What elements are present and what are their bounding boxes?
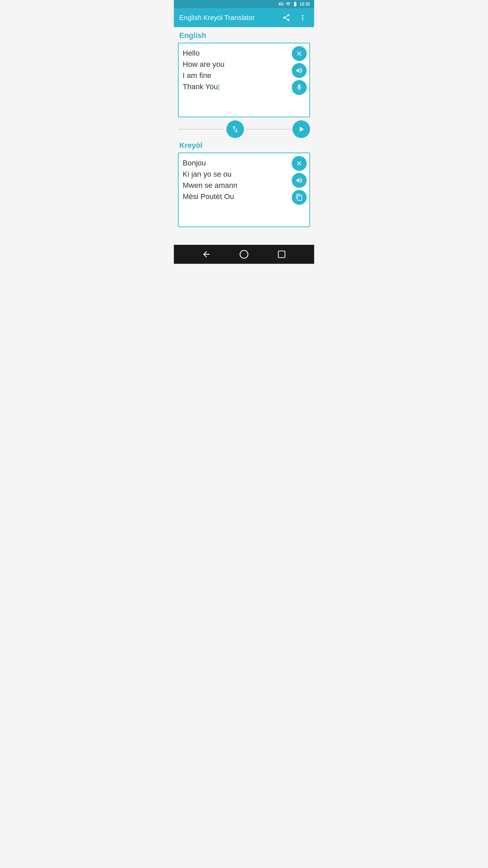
- kreyol-actions: [292, 156, 307, 205]
- time-display: 12:31: [300, 2, 310, 6]
- kreyol-line-3: Mwen se amann: [183, 181, 237, 190]
- translate-button[interactable]: [292, 120, 310, 138]
- copy-icon: [296, 194, 303, 201]
- nav-bar: [174, 245, 314, 264]
- share-button[interactable]: [280, 12, 292, 24]
- kreyol-label: Kreyòl: [178, 141, 310, 150]
- app-title: English Kreyòl Translator: [179, 14, 276, 22]
- volume-icon: [296, 67, 303, 74]
- play-icon: [297, 125, 306, 134]
- divider-row: [178, 121, 310, 138]
- back-button[interactable]: [198, 246, 215, 262]
- back-icon: [202, 250, 211, 259]
- signal-icon: [285, 1, 291, 7]
- status-icons: 4G 12:31: [278, 1, 310, 7]
- swap-button[interactable]: [226, 120, 244, 138]
- app-bar: English Kreyòl Translator: [174, 8, 314, 27]
- kreyol-line-1: Bonjou: [183, 159, 206, 167]
- kreyol-text-box: Bonjou Ki jan yo se ou Mwen se amann Mès…: [178, 153, 310, 227]
- english-text-content[interactable]: Hello How are you I am fine Thank You: [179, 43, 309, 111]
- home-icon: [239, 250, 249, 259]
- main-content: English Hello How are you I am fine Than…: [174, 27, 314, 231]
- english-text-box: Hello How are you I am fine Thank You: [178, 43, 310, 117]
- status-bar: 4G 12:31: [174, 0, 314, 8]
- divider-line-right: [247, 129, 292, 130]
- battery-icon: [292, 1, 298, 7]
- more-vert-icon: [299, 14, 307, 22]
- svg-point-0: [240, 250, 248, 258]
- english-mic-button[interactable]: [292, 80, 307, 95]
- english-line-2: How are you: [183, 60, 225, 68]
- kreyol-volume-button[interactable]: [292, 173, 307, 188]
- english-line-3: I am fine: [183, 71, 211, 80]
- english-label: English: [178, 31, 310, 40]
- kreyol-line-4: Mèsi Poutèt Ou: [183, 192, 234, 201]
- english-clear-button[interactable]: [292, 46, 307, 61]
- kreyol-line-2: Ki jan yo se ou: [183, 170, 231, 178]
- english-volume-button[interactable]: [292, 63, 307, 78]
- kreyol-text-content: Bonjou Ki jan yo se ou Mwen se amann Mès…: [179, 153, 309, 221]
- kreyol-copy-button[interactable]: [292, 190, 307, 205]
- divider-line-left: [178, 129, 224, 130]
- home-button[interactable]: [236, 246, 252, 262]
- swap-icon: [231, 125, 240, 134]
- close-icon: [296, 50, 303, 57]
- english-actions: [292, 46, 307, 95]
- kreyol-clear-button[interactable]: [292, 156, 307, 171]
- english-line-1: Hello: [183, 49, 200, 57]
- menu-button[interactable]: [297, 12, 309, 24]
- english-line-4: Thank You: [183, 82, 218, 91]
- signal-indicator: 4G: [278, 2, 284, 6]
- share-icon: [282, 14, 290, 22]
- svg-rect-1: [279, 251, 285, 258]
- mic-icon: [296, 84, 303, 91]
- close-icon-kreyol: [296, 160, 303, 167]
- recent-apps-button[interactable]: [273, 246, 290, 262]
- volume-icon-kreyol: [296, 177, 303, 184]
- recent-apps-icon: [277, 250, 286, 259]
